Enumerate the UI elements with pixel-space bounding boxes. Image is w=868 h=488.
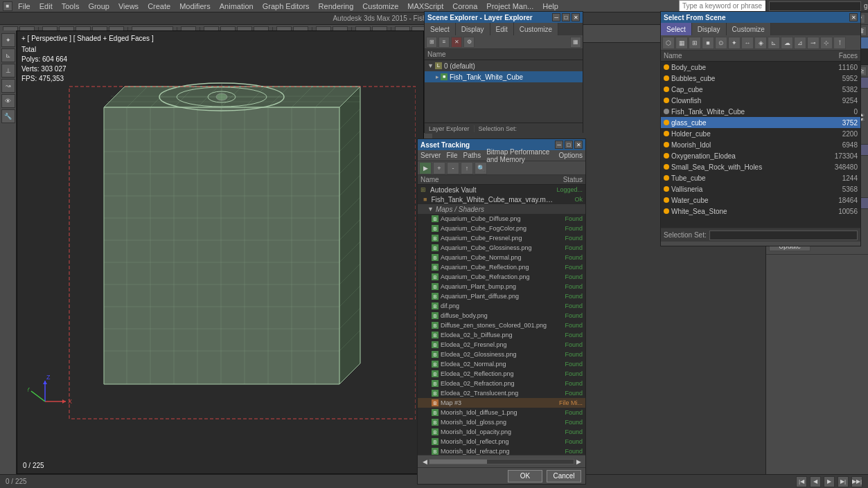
at-menu-file[interactable]: File [446,152,457,159]
at-file-24[interactable]: B Moorish_Idol_refract.png Found [418,446,585,455]
ss-btn7[interactable]: ↔ [741,37,754,49]
at-file-10[interactable]: B diffuse_body.png Found [418,311,585,320]
at-btn4[interactable]: ↑ [461,162,473,174]
scene-row-moorish[interactable]: Moorish_Idol 6948 [661,139,860,150]
ok-button[interactable]: OK [508,470,542,482]
at-menu-options[interactable]: Options [559,152,583,159]
scene-row-cap-cube[interactable]: Cap_cube 5382 [661,84,860,95]
scene-object-list[interactable]: Body_cube 11160 Bubbles_cube 5952 Cap_cu… [661,62,860,228]
ss-btn4[interactable]: ■ [702,37,714,49]
se-x-btn[interactable]: ✕ [451,37,462,48]
scene-explorer-min[interactable]: ─ [552,13,560,21]
at-file-0[interactable]: B Aquarium_Cube_Diffuse.png Found [418,214,585,224]
create-tool[interactable]: ✦ [1,33,15,47]
ss-btn10[interactable]: ☁ [781,37,793,49]
scene-row-clownfish[interactable]: Clownfish 9254 [661,95,860,106]
scene-row-body-cube[interactable]: Body_cube 11160 [661,62,860,73]
display-tool[interactable]: 👁 [1,94,15,108]
menu-customize[interactable]: Customize [359,2,402,10]
app-icon[interactable]: ■ [3,1,12,11]
at-max[interactable]: □ [565,141,573,149]
scene-row-water[interactable]: Water_cube 18464 [661,195,860,206]
ss-btn6[interactable]: ✦ [728,37,741,49]
scene-row-tube[interactable]: Tube_cube 1244 [661,172,860,183]
at-menu-server[interactable]: Server [420,152,441,159]
at-scroll-left[interactable]: ◀ [420,458,429,466]
hierarchy-tool[interactable]: ⊥ [1,64,15,78]
menu-project-man[interactable]: Project Man... [483,2,537,10]
se-row-default[interactable]: ▼ L 0 (default) [425,60,583,71]
tab-edit[interactable]: Edit [490,23,514,35]
prev-frame-btn[interactable]: ◀ [810,476,821,487]
scene-row-holder[interactable]: Holder_cube 2200 [661,128,860,139]
ss-btn13[interactable]: ⊹ [820,37,833,49]
menu-views[interactable]: Views [115,2,142,10]
menu-file[interactable]: File [15,2,34,10]
at-file-7[interactable]: B Aquarium_Plant_bump.png Found [418,282,585,291]
se-expand-btn[interactable]: ≡ [439,37,450,48]
se-bottom-tab-layer[interactable]: Layer Explorer [425,125,475,132]
scene-explorer-max[interactable]: □ [562,13,570,21]
at-file-12[interactable]: B Elodea_02_b_Diffuse.png Found [418,330,585,340]
se-bottom-tab-selection[interactable]: Selection Set: [475,125,522,132]
scene-row-glass-cube[interactable]: glass_cube 3752 [661,117,860,128]
at-close[interactable]: ✕ [574,141,583,149]
menu-group[interactable]: Group [85,2,113,10]
at-file-6[interactable]: B Aquarium_Cube_Refraction.png Found [418,272,585,282]
menu-graph-editors[interactable]: Graph Editors [259,2,313,10]
menu-help[interactable]: Help [539,2,562,10]
ss-btn1[interactable]: ⬡ [662,37,675,49]
menu-edit[interactable]: Edit [36,2,56,10]
tab-select[interactable]: Select [425,23,456,35]
menu-create[interactable]: Create [144,2,174,10]
at-file-13[interactable]: B Elodea_02_Fresnel.png Found [418,340,585,350]
utilities-tool[interactable]: 🔧 [1,109,15,123]
at-file-14[interactable]: B Elodea_02_Glossiness.png Found [418,350,585,359]
menu-corona[interactable]: Corona [449,2,481,10]
scene-row-white-stone[interactable]: White_Sea_Stone 10056 [661,206,860,217]
motion-tool[interactable]: ↝ [1,79,15,93]
play-btn[interactable]: |◀ [796,476,807,487]
menu-animation[interactable]: Animation [216,2,257,10]
at-file-23[interactable]: B Moorish_Idol_reflect.png Found [418,437,585,446]
at-btn2[interactable]: + [433,162,445,174]
at-vault-row[interactable]: ⊞ Autodesk Vault Logged... [418,185,585,195]
at-max-file-row[interactable]: ■ Fish_Tank_White_Cube_max_vray.max Ok [418,195,585,204]
ss-btn12[interactable]: ⊸ [807,37,820,49]
cancel-button[interactable]: Cancel [547,470,581,482]
at-btn5[interactable]: 🔍 [475,162,487,174]
scene-explorer-list[interactable]: ▼ L 0 (default) ▸ ■ Fish_Tank_White_Cube [425,60,583,123]
at-file-3[interactable]: B Aquarium_Cube_Glossiness.png Found [418,243,585,253]
se-row-fish-tank[interactable]: ▸ ■ Fish_Tank_White_Cube [425,71,583,82]
ss-btn11[interactable]: ⊿ [794,37,806,49]
se-btn-extra[interactable]: ▦ [570,37,581,48]
next-frame-btn[interactable]: ▶| [838,476,849,487]
modifier-name-input[interactable] [769,1,861,11]
at-file-16[interactable]: B Elodea_02_Reflection.png Found [418,369,585,379]
ss-btn9[interactable]: ⊾ [768,37,780,49]
ss-btn8[interactable]: ◈ [754,37,767,49]
at-file-15[interactable]: B Elodea_02_Normal.png Found [418,359,585,369]
scene-row-bubbles-cube[interactable]: Bubbles_cube 5952 [661,73,860,84]
viewport[interactable]: + [ Perspective ] [ Shaded + Edged Faces… [17,30,424,474]
se-settings-btn[interactable]: ⚙ [463,37,475,48]
tab-display[interactable]: Display [456,23,490,35]
at-file-22[interactable]: B Moorish_Idol_opacity.png Found [418,427,585,437]
menu-rendering[interactable]: Rendering [315,2,357,10]
at-min[interactable]: ─ [555,141,563,149]
ss-btn2[interactable]: ▦ [675,37,688,49]
ss-selection-input[interactable] [709,231,858,240]
at-file-11[interactable]: B Diffuse_zen_stones_Colored_001.png Fou… [418,320,585,330]
ss-btn14[interactable]: ⊺ [833,37,846,49]
at-file-19[interactable]: B Map #3 File Mi... [418,398,585,408]
at-menu-paths[interactable]: Paths [463,152,481,159]
ss-tab-customize[interactable]: Customize [727,23,771,35]
ss-tab-display[interactable]: Display [692,23,727,35]
scene-explorer-close[interactable]: ✕ [572,13,580,21]
at-file-8[interactable]: B Aquarium_Plant_diffuse.png Found [418,291,585,301]
select-scene-close[interactable]: ✕ [849,13,858,21]
at-file-2[interactable]: B Aquarium_Cube_Fresnel.png Found [418,233,585,243]
play-anim-btn[interactable]: ▶ [824,476,835,487]
modify-tool[interactable]: ⊾ [1,48,15,62]
at-menu-bitmap[interactable]: Bitmap Performance and Memory [486,148,553,163]
